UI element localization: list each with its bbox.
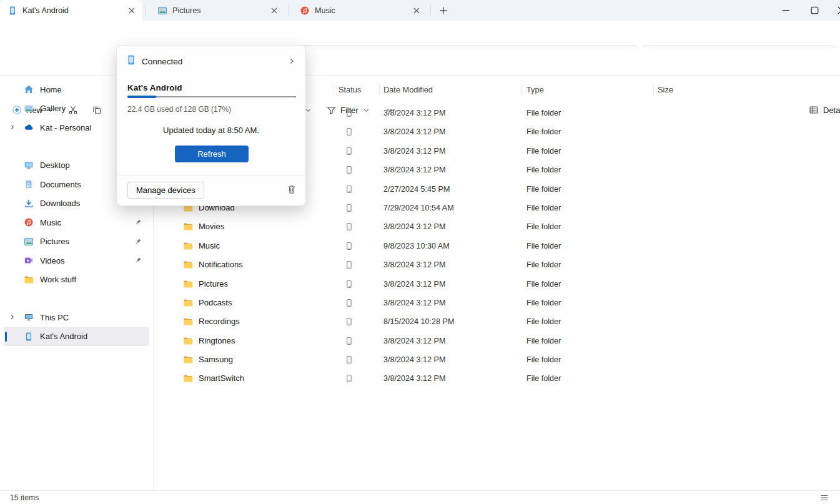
details-view-toggle-icon[interactable]: [820, 493, 829, 502]
file-name: Podcasts: [199, 298, 232, 307]
file-row[interactable]: Ringtones 3/8/2024 3:12 PM File folder: [153, 332, 834, 350]
videos-icon: [24, 255, 34, 265]
desktop-icon: [24, 161, 34, 170]
music-icon: [300, 6, 310, 16]
close-tab-icon[interactable]: [126, 5, 137, 16]
tab-label: Kat's Android: [22, 6, 121, 15]
pictures-icon: [24, 237, 34, 247]
on-device-status-icon: [344, 317, 354, 327]
sidebar-item-label: Kat's Android: [40, 332, 87, 341]
column-separator[interactable]: [521, 84, 522, 95]
file-row[interactable]: Pictures 3/8/2024 3:12 PM File folder: [153, 275, 834, 294]
tab-divider: [430, 5, 431, 15]
tab-divider: [146, 5, 146, 15]
maximize-button[interactable]: [800, 0, 829, 21]
file-type: File folder: [526, 355, 561, 364]
sidebar-item-work-stuff[interactable]: Work stuff: [4, 270, 149, 290]
pictures-icon: [157, 6, 167, 16]
file-type: File folder: [526, 109, 561, 117]
navigation-bar: Kat's Android: [0, 21, 840, 48]
tab-pictures[interactable]: Pictures: [150, 0, 285, 21]
sidebar-item-videos[interactable]: Videos: [4, 251, 149, 270]
sidebar-item-label: Kat - Personal: [40, 123, 91, 132]
manage-devices-button[interactable]: Manage devices: [127, 182, 204, 199]
column-separator[interactable]: [333, 84, 334, 95]
sidebar-item-label: Work stuff: [40, 275, 76, 284]
file-type: File folder: [526, 222, 561, 231]
file-row[interactable]: Podcasts 3/8/2024 3:12 PM File folder: [153, 294, 834, 312]
sidebar-item-kats-android[interactable]: Kat's Android: [4, 327, 149, 347]
device-flyout: Connected Kat's Android 22.4 GB used of …: [116, 45, 306, 206]
on-device-status-icon: [344, 260, 354, 270]
sidebar-item-label: Music: [40, 218, 61, 227]
folder-icon: [183, 260, 193, 270]
on-device-status-icon: [344, 298, 354, 308]
file-row[interactable]: Music 9/8/2023 10:30 AM File folder: [153, 237, 834, 255]
file-row[interactable]: SmartSwitch 3/8/2024 3:12 PM File folder: [153, 369, 834, 388]
folder-icon: [183, 222, 193, 232]
file-row[interactable]: Recordings 8/15/2024 10:28 PM File folde…: [153, 312, 834, 331]
phone-icon: [7, 6, 17, 16]
on-device-status-icon: [344, 241, 354, 251]
file-name: Ringtones: [199, 336, 235, 345]
new-tab-button[interactable]: [437, 4, 450, 17]
file-row[interactable]: Movies 3/8/2024 3:12 PM File folder: [153, 217, 834, 236]
minimize-button[interactable]: [771, 0, 800, 21]
file-explorer-window: Kat's Android Pictures Music Kat's And: [0, 0, 840, 504]
file-row[interactable]: Notifications 3/8/2024 3:12 PM File fold…: [153, 255, 834, 274]
file-type: File folder: [526, 374, 561, 383]
file-row[interactable]: Samsung 3/8/2024 3:12 PM File folder: [153, 350, 834, 369]
pin-icon: [134, 238, 142, 245]
file-date-modified: 3/8/2024 3:12 PM: [383, 337, 445, 345]
column-separator[interactable]: [379, 84, 380, 95]
sidebar-item-this-pc[interactable]: This PC: [4, 308, 149, 327]
chevron-right-icon[interactable]: [288, 57, 295, 65]
column-header-status[interactable]: Status: [338, 80, 361, 99]
pin-icon: [134, 257, 142, 264]
documents-icon: [24, 179, 34, 189]
device-name: Kat's Android: [127, 83, 182, 92]
column-header-date-modified[interactable]: Date Modified: [383, 80, 433, 99]
file-date-modified: 3/8/2024 3:12 PM: [383, 147, 445, 156]
chevron-right-icon[interactable]: [9, 314, 16, 320]
chevron-right-icon[interactable]: [9, 124, 16, 131]
file-date-modified: 3/8/2024 3:12 PM: [383, 166, 445, 174]
column-header-size[interactable]: Size: [658, 80, 673, 99]
column-header-type[interactable]: Type: [526, 80, 544, 99]
tab-label: Music: [315, 6, 406, 15]
tab-bar: Kat's Android Pictures Music: [0, 0, 840, 21]
file-name: Samsung: [199, 355, 233, 364]
tab-kats-android[interactable]: Kat's Android: [0, 0, 142, 21]
file-date-modified: 3/8/2024 3:12 PM: [383, 355, 445, 364]
file-name: Pictures: [199, 279, 228, 289]
close-tab-icon[interactable]: [411, 5, 422, 16]
file-type: File folder: [526, 185, 561, 194]
remove-device-icon[interactable]: [287, 184, 297, 194]
file-date-modified: 3/8/2024 3:12 PM: [383, 260, 445, 269]
file-date-modified: 7/29/2024 10:54 AM: [383, 204, 454, 212]
tab-music[interactable]: Music: [292, 0, 427, 21]
on-device-status-icon: [344, 165, 354, 175]
file-type: File folder: [526, 317, 561, 326]
file-date-modified: 3/8/2024 3:12 PM: [383, 109, 445, 117]
refresh-device-button[interactable]: Refresh: [175, 146, 249, 162]
sidebar-item-label: Videos: [40, 256, 65, 265]
sidebar-item-label: Gallery: [40, 104, 66, 113]
file-type: File folder: [526, 337, 561, 345]
tab-divider: [288, 5, 289, 15]
gallery-icon: [24, 104, 34, 114]
folder-icon: [183, 336, 193, 346]
sidebar-item-label: Documents: [40, 180, 81, 189]
sidebar-item-music[interactable]: Music: [4, 213, 149, 232]
sidebar-item-label: Home: [40, 85, 62, 94]
close-button[interactable]: [826, 0, 840, 21]
sidebar-item-pictures[interactable]: Pictures: [4, 232, 149, 252]
folder-icon: [183, 355, 193, 365]
file-date-modified: 9/8/2023 10:30 AM: [383, 242, 450, 250]
sidebar-item-label: Pictures: [40, 237, 69, 246]
pin-icon: [134, 219, 142, 226]
device-status: Connected: [142, 57, 182, 66]
close-tab-icon[interactable]: [269, 5, 280, 16]
column-separator[interactable]: [653, 84, 654, 95]
file-date-modified: 3/8/2024 3:12 PM: [383, 280, 445, 289]
